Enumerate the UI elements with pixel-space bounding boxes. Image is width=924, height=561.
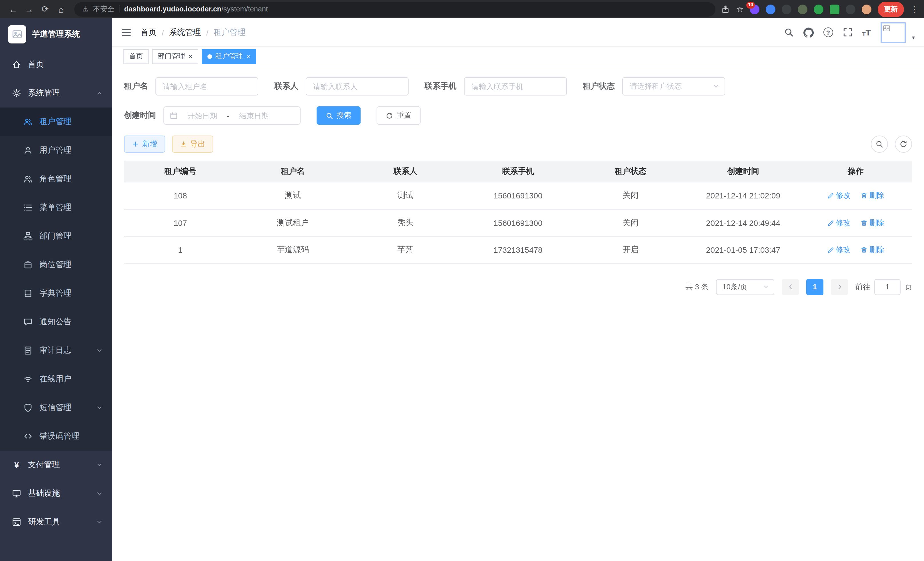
- chevron-down-icon: [96, 462, 103, 468]
- reset-button-label: 重置: [397, 110, 411, 121]
- sidebar-group-sms[interactable]: 短信管理: [0, 393, 112, 422]
- sidebar-group-audit-log[interactable]: 审计日志: [0, 336, 112, 365]
- sidebar-item-user[interactable]: 用户管理: [0, 136, 112, 165]
- sidebar-group-system[interactable]: 系统管理: [0, 79, 112, 108]
- search-button[interactable]: 搜索: [316, 106, 361, 125]
- browser-back-button[interactable]: ←: [6, 2, 21, 17]
- status-select[interactable]: 请选择租户状态: [622, 77, 725, 96]
- tenant-name-input[interactable]: [155, 77, 258, 96]
- github-icon[interactable]: [803, 27, 813, 38]
- sidebar-item-post[interactable]: 岗位管理: [0, 250, 112, 279]
- extension-icon-1[interactable]: 10: [750, 4, 759, 14]
- page-unit-label: 页: [904, 282, 912, 292]
- browser-update-button[interactable]: 更新: [878, 2, 904, 17]
- column-header: 联系人: [349, 161, 462, 182]
- breadcrumb-home[interactable]: 首页: [141, 27, 157, 38]
- font-size-icon[interactable]: TT: [862, 27, 871, 37]
- browser-reload-button[interactable]: ⟳: [38, 2, 52, 17]
- bookmark-star-icon[interactable]: ☆: [736, 5, 743, 14]
- extension-icon-7[interactable]: [846, 4, 855, 14]
- delete-tenant-link[interactable]: 删除: [861, 218, 884, 228]
- tab-dept[interactable]: 部门管理 ×: [152, 49, 198, 64]
- chevron-down-icon: [96, 490, 103, 497]
- breadcrumb-separator: /: [162, 28, 164, 37]
- sidebar-item-home[interactable]: 首页: [0, 50, 112, 79]
- extension-icon-2[interactable]: [766, 4, 776, 14]
- goto-label: 前往: [855, 282, 870, 292]
- sidebar-item-label: 在线用户: [39, 374, 71, 384]
- close-icon[interactable]: ×: [189, 53, 193, 60]
- sidebar-item-notice[interactable]: 通知公告: [0, 308, 112, 336]
- right-toolbar: [871, 135, 912, 153]
- tab-tenant[interactable]: 租户管理 ×: [202, 49, 256, 64]
- edit-tenant-link[interactable]: 修改: [827, 191, 850, 201]
- chevron-down-icon: [96, 404, 103, 411]
- sidebar-group-label: 研发工具: [28, 517, 60, 527]
- extension-icon-6[interactable]: [830, 4, 839, 14]
- sidebar-group-infra[interactable]: 基础设施: [0, 479, 112, 508]
- help-icon[interactable]: ?: [823, 27, 833, 37]
- extension-icon-3[interactable]: [782, 4, 791, 14]
- chevron-down-icon: [763, 284, 769, 290]
- sidebar-item-menu[interactable]: 菜单管理: [0, 193, 112, 222]
- reset-button[interactable]: 重置: [376, 106, 421, 125]
- pagination: 共 3 条 10条/页 1 前往 页: [124, 279, 912, 295]
- mobile-input[interactable]: [464, 77, 567, 96]
- page-size-select[interactable]: 10条/页: [716, 279, 774, 295]
- column-header: 创建时间: [687, 161, 800, 182]
- browser-forward-button[interactable]: →: [22, 2, 37, 17]
- tab-home[interactable]: 首页: [123, 49, 148, 64]
- browser-home-button[interactable]: ⌂: [54, 2, 69, 17]
- extension-icon-5[interactable]: [814, 4, 824, 14]
- share-icon[interactable]: [722, 5, 730, 14]
- extension-icon-4[interactable]: [798, 4, 807, 14]
- avatar-caret-icon[interactable]: ▾: [912, 34, 915, 43]
- code-window-icon: [12, 517, 21, 527]
- address-bar[interactable]: ⚠ 不安全 dashboard.yudao.iocoder.cn/system/…: [74, 2, 716, 16]
- fullscreen-icon[interactable]: [843, 27, 852, 37]
- sidebar-item-label: 短信管理: [39, 403, 71, 413]
- sidebar-toggle-icon[interactable]: [121, 27, 131, 38]
- close-icon[interactable]: ×: [246, 53, 250, 60]
- export-button[interactable]: 导出: [172, 135, 213, 153]
- goto-page-input[interactable]: [874, 279, 901, 295]
- column-header: 租户编号: [124, 161, 237, 182]
- sidebar-item-dept[interactable]: 部门管理: [0, 222, 112, 250]
- breadcrumb-system[interactable]: 系统管理: [169, 27, 201, 38]
- edit-tenant-link[interactable]: 修改: [827, 218, 850, 228]
- hide-search-button[interactable]: [871, 135, 888, 153]
- delete-tenant-link[interactable]: 删除: [861, 244, 884, 255]
- cell-created: 2021-01-05 17:03:47: [687, 236, 800, 263]
- sidebar-item-tenant[interactable]: 租户管理: [0, 108, 112, 136]
- pagination-goto: 前往 页: [855, 279, 912, 295]
- user-avatar[interactable]: [880, 22, 906, 43]
- browser-menu-icon[interactable]: ⋮: [910, 5, 918, 14]
- sidebar-item-online-user[interactable]: 在线用户: [0, 365, 112, 393]
- page-content: 租户名 联系人 联系手机 租户状态 请选择租户状态: [112, 66, 924, 561]
- delete-tenant-link[interactable]: 删除: [861, 191, 884, 201]
- sidebar-group-payment[interactable]: ¥ 支付管理: [0, 451, 112, 479]
- date-range-picker[interactable]: -: [164, 106, 301, 125]
- prev-page-button[interactable]: [782, 279, 799, 295]
- cell-tenant-name: 芋道源码: [237, 236, 349, 263]
- sidebar-item-error-code[interactable]: 错误码管理: [0, 422, 112, 451]
- sidebar-item-dict[interactable]: 字典管理: [0, 279, 112, 308]
- app-logo[interactable]: 芋道管理系统: [0, 18, 112, 50]
- refresh-button[interactable]: [895, 135, 912, 153]
- next-page-button[interactable]: [831, 279, 848, 295]
- browser-profile-avatar[interactable]: [862, 4, 872, 14]
- date-end-input[interactable]: [233, 111, 275, 120]
- browser-right-controls: ☆ 10 更新 ⋮: [722, 2, 918, 17]
- home-icon: [12, 60, 21, 69]
- contact-input[interactable]: [306, 77, 409, 96]
- briefcase-icon: [23, 260, 33, 269]
- add-button[interactable]: 新增: [124, 135, 165, 153]
- date-start-input[interactable]: [181, 111, 224, 120]
- calendar-icon: [170, 111, 178, 120]
- edit-tenant-link[interactable]: 修改: [827, 244, 850, 255]
- sidebar-item-role[interactable]: 角色管理: [0, 165, 112, 193]
- search-icon[interactable]: [784, 27, 794, 37]
- sidebar-group-devtools[interactable]: 研发工具: [0, 508, 112, 536]
- cell-tenant-id: 107: [124, 209, 237, 236]
- page-number-button[interactable]: 1: [806, 279, 824, 295]
